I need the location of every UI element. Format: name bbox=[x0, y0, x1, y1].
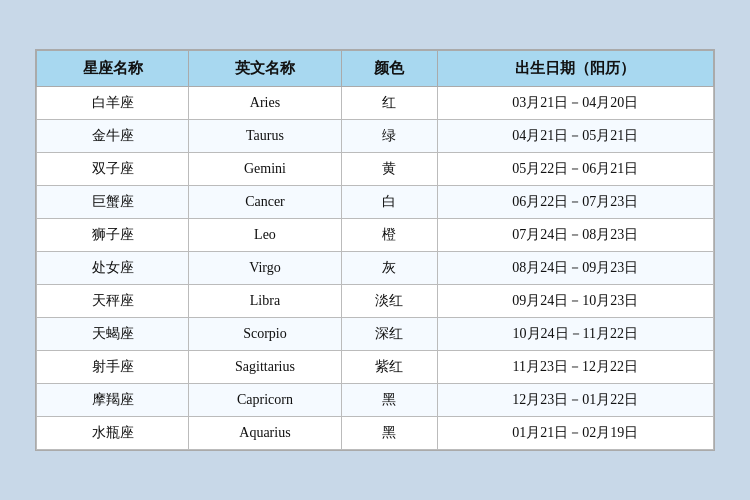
table-row: 狮子座Leo橙07月24日－08月23日 bbox=[37, 219, 714, 252]
cell-1: Sagittarius bbox=[189, 351, 341, 384]
cell-2: 黄 bbox=[341, 153, 437, 186]
cell-2: 紫红 bbox=[341, 351, 437, 384]
cell-3: 09月24日－10月23日 bbox=[437, 285, 713, 318]
header-chinese-name: 星座名称 bbox=[37, 51, 189, 87]
cell-3: 07月24日－08月23日 bbox=[437, 219, 713, 252]
table-header-row: 星座名称 英文名称 颜色 出生日期（阳历） bbox=[37, 51, 714, 87]
cell-0: 白羊座 bbox=[37, 87, 189, 120]
table-row: 天蝎座Scorpio深红10月24日－11月22日 bbox=[37, 318, 714, 351]
cell-0: 水瓶座 bbox=[37, 417, 189, 450]
cell-1: Leo bbox=[189, 219, 341, 252]
cell-2: 黑 bbox=[341, 384, 437, 417]
cell-0: 金牛座 bbox=[37, 120, 189, 153]
table-body: 白羊座Aries红03月21日－04月20日金牛座Taurus绿04月21日－0… bbox=[37, 87, 714, 450]
cell-3: 06月22日－07月23日 bbox=[437, 186, 713, 219]
cell-3: 04月21日－05月21日 bbox=[437, 120, 713, 153]
cell-0: 狮子座 bbox=[37, 219, 189, 252]
cell-1: Virgo bbox=[189, 252, 341, 285]
cell-1: Aquarius bbox=[189, 417, 341, 450]
cell-1: Aries bbox=[189, 87, 341, 120]
cell-3: 05月22日－06月21日 bbox=[437, 153, 713, 186]
cell-2: 黑 bbox=[341, 417, 437, 450]
cell-0: 处女座 bbox=[37, 252, 189, 285]
cell-3: 10月24日－11月22日 bbox=[437, 318, 713, 351]
table-row: 摩羯座Capricorn黑12月23日－01月22日 bbox=[37, 384, 714, 417]
table-row: 双子座Gemini黄05月22日－06月21日 bbox=[37, 153, 714, 186]
cell-2: 红 bbox=[341, 87, 437, 120]
cell-3: 08月24日－09月23日 bbox=[437, 252, 713, 285]
cell-0: 双子座 bbox=[37, 153, 189, 186]
table-row: 水瓶座Aquarius黑01月21日－02月19日 bbox=[37, 417, 714, 450]
cell-1: Capricorn bbox=[189, 384, 341, 417]
table-row: 金牛座Taurus绿04月21日－05月21日 bbox=[37, 120, 714, 153]
table-row: 处女座Virgo灰08月24日－09月23日 bbox=[37, 252, 714, 285]
cell-0: 射手座 bbox=[37, 351, 189, 384]
cell-2: 橙 bbox=[341, 219, 437, 252]
cell-1: Libra bbox=[189, 285, 341, 318]
table-row: 天秤座Libra淡红09月24日－10月23日 bbox=[37, 285, 714, 318]
cell-1: Taurus bbox=[189, 120, 341, 153]
cell-2: 绿 bbox=[341, 120, 437, 153]
cell-2: 白 bbox=[341, 186, 437, 219]
cell-3: 12月23日－01月22日 bbox=[437, 384, 713, 417]
cell-2: 淡红 bbox=[341, 285, 437, 318]
cell-2: 深红 bbox=[341, 318, 437, 351]
table-row: 白羊座Aries红03月21日－04月20日 bbox=[37, 87, 714, 120]
zodiac-table-wrapper: 星座名称 英文名称 颜色 出生日期（阳历） 白羊座Aries红03月21日－04… bbox=[35, 49, 715, 451]
cell-0: 天蝎座 bbox=[37, 318, 189, 351]
cell-0: 天秤座 bbox=[37, 285, 189, 318]
cell-0: 摩羯座 bbox=[37, 384, 189, 417]
cell-3: 11月23日－12月22日 bbox=[437, 351, 713, 384]
cell-3: 01月21日－02月19日 bbox=[437, 417, 713, 450]
cell-1: Scorpio bbox=[189, 318, 341, 351]
header-english-name: 英文名称 bbox=[189, 51, 341, 87]
cell-3: 03月21日－04月20日 bbox=[437, 87, 713, 120]
header-birth-date: 出生日期（阳历） bbox=[437, 51, 713, 87]
table-row: 射手座Sagittarius紫红11月23日－12月22日 bbox=[37, 351, 714, 384]
header-color: 颜色 bbox=[341, 51, 437, 87]
zodiac-table: 星座名称 英文名称 颜色 出生日期（阳历） 白羊座Aries红03月21日－04… bbox=[36, 50, 714, 450]
cell-0: 巨蟹座 bbox=[37, 186, 189, 219]
cell-2: 灰 bbox=[341, 252, 437, 285]
table-row: 巨蟹座Cancer白06月22日－07月23日 bbox=[37, 186, 714, 219]
cell-1: Gemini bbox=[189, 153, 341, 186]
cell-1: Cancer bbox=[189, 186, 341, 219]
